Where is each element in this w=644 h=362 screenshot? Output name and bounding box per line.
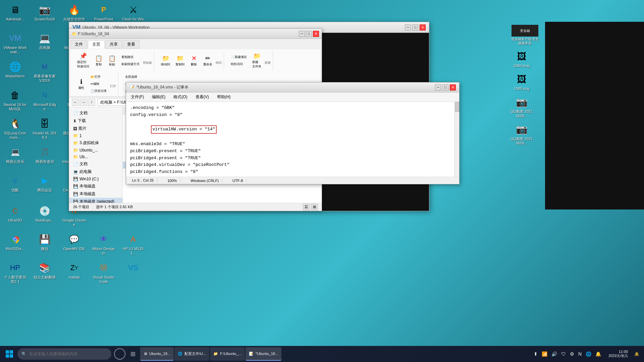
- desktop-icon-bmp[interactable]: 🖼 2080.bmp: [508, 48, 535, 69]
- fe-newfolder-button[interactable]: 📁 新建文件夹: [250, 51, 263, 70]
- fe-minimize-button[interactable]: ─: [299, 31, 305, 37]
- desktop-icon-qqjie2[interactable]: 📷 QQ截图 20210609...: [508, 121, 535, 147]
- desktop-icon-navicat[interactable]: N Microsoft Edge: [31, 87, 58, 116]
- action-center-button[interactable]: 🔔: [632, 348, 641, 360]
- desktop-icon-openmv[interactable]: 👁 Altium Designer: [90, 231, 117, 260]
- fe-icon-view-button[interactable]: ⊞: [311, 204, 318, 210]
- fe-tab-share[interactable]: 共享: [105, 40, 122, 49]
- desktop-icon-ultraiso[interactable]: 💿 NoteExpr...: [31, 203, 58, 231]
- fe-history-button[interactable]: 🕐 历史记录: [89, 88, 109, 94]
- desktop-icon-png[interactable]: 🖼 1080.png: [508, 71, 535, 92]
- taskbar-app-notepad[interactable]: 📝 *Ubuntu_18...: [246, 347, 281, 361]
- fe-up-button[interactable]: ↑: [88, 99, 95, 106]
- desktop-icon-win32disk[interactable]: 💾 微信: [31, 231, 58, 260]
- fe-move-button[interactable]: 📁 移动到: [159, 54, 172, 68]
- fe-sidebar-localdisk2[interactable]: 💾 本地磁盘: [69, 190, 122, 198]
- desktop-icon-qq[interactable]: 🐧 SQLyog Communi...: [2, 116, 29, 144]
- tray-icon-1[interactable]: ⬆: [533, 351, 538, 357]
- tray-icon-misc4[interactable]: 🔔: [595, 351, 602, 357]
- fe-newitem-button[interactable]: 📄 新建项目: [229, 54, 249, 60]
- fe-delete-button[interactable]: ✕ 删除: [188, 54, 200, 68]
- np-minimize-button[interactable]: ─: [435, 84, 441, 90]
- desktop-icon-recycle[interactable]: 🗑 Navicat 16 for MySQL: [2, 87, 29, 116]
- desktop-icon-wechatdev[interactable]: 💻 网易云音乐: [2, 144, 29, 173]
- desktop-icon-hpuj[interactable]: HP 个人数字图书馆2.1: [2, 260, 29, 288]
- vmware-maximize-button[interactable]: □: [412, 24, 418, 31]
- taskbar-app-config[interactable]: 🌐 配置文件\U...: [174, 347, 209, 361]
- start-button[interactable]: [3, 347, 16, 361]
- np-menu-format[interactable]: 格式(O): [171, 94, 189, 101]
- fe-detail-view-button[interactable]: ☰: [303, 204, 310, 210]
- np-menu-view[interactable]: 查看(V): [194, 94, 211, 101]
- tray-icon-misc3[interactable]: 🌐: [585, 351, 592, 357]
- fe-edit-button[interactable]: ✏ 编辑: [89, 81, 109, 87]
- desktop-icon-wechat[interactable]: 💬 OpenMV IDE: [61, 231, 88, 260]
- np-menu-edit[interactable]: 编辑(E): [150, 94, 167, 101]
- taskbar-search-input[interactable]: [29, 352, 96, 356]
- task-view-button[interactable]: ⊞: [127, 348, 139, 360]
- fe-sidebar-win10c[interactable]: 💾 Win10 (C:): [69, 176, 122, 182]
- np-menu-file[interactable]: 文件(F): [129, 94, 146, 101]
- desktop-icon-cajviewer[interactable]: C UltraISO: [2, 203, 29, 231]
- desktop-icon-altium[interactable]: A HP UJ M1251...: [120, 231, 147, 260]
- fe-copy-button[interactable]: 📋 复制: [93, 54, 105, 68]
- desktop-icon-chrome[interactable]: Win32Dis...: [2, 231, 29, 260]
- desktop-icon-digit[interactable]: 📚 知云文献翻译: [31, 260, 58, 288]
- desktop-icon-mobaxterm[interactable]: M 屏幕录像专家V2019: [31, 59, 58, 87]
- fe-back-button[interactable]: ←: [72, 99, 79, 106]
- tray-icon-misc1[interactable]: ⚙: [569, 351, 575, 357]
- fe-sidebar-docs2[interactable]: 📄 文档: [69, 160, 122, 168]
- np-maximize-button[interactable]: □: [442, 84, 448, 90]
- fe-close-button[interactable]: ✕: [313, 31, 319, 37]
- taskbar-clock[interactable]: 11:00 2023/元/初几: [606, 350, 631, 358]
- fe-forward-button[interactable]: →: [80, 99, 87, 106]
- np-scroll-thumb[interactable]: [455, 102, 459, 112]
- fe-tab-file[interactable]: 文件: [70, 40, 87, 49]
- fe-tab-home[interactable]: 主页: [88, 40, 105, 49]
- tray-icon-sound[interactable]: 🔊: [551, 351, 558, 357]
- taskbar-app-fubuntu[interactable]: 📁 F:\Ubuntu_...: [210, 347, 245, 361]
- np-menu-help[interactable]: 帮助(H): [215, 94, 233, 101]
- desktop-icon-matlab[interactable]: Ⓜ Visual Studio Code: [90, 260, 117, 288]
- fe-easyaccess-button[interactable]: 轻松访问: [229, 61, 249, 67]
- fe-copyto-button[interactable]: 📁 复制到: [173, 54, 186, 68]
- desktop-icon-wymusic[interactable]: 🎵 网易有道词: [31, 144, 58, 173]
- fe-sidebar-ubuntu2[interactable]: 📁 Ub...: [69, 154, 122, 160]
- desktop-icon-administrator[interactable]: 🖥 Administr...: [2, 2, 29, 30]
- fe-sidebar-pictures[interactable]: 🖼 图片: [69, 125, 122, 132]
- fe-sidebar-localdisk3[interactable]: 💾 本地磁盘 (selected): [69, 198, 122, 203]
- desktop-icon-network[interactable]: 🌐 MobaXterm: [2, 59, 29, 87]
- vmware-minimize-button[interactable]: ─: [405, 24, 411, 31]
- desktop-icon-bianhuan[interactable]: 变金融 变金融客户端 变金融服务器: [508, 23, 542, 47]
- fe-shortcut-button[interactable]: 粘贴快捷方式: [119, 61, 142, 67]
- desktop-icon-vscode[interactable]: VS: [120, 260, 147, 288]
- fe-sidebar-documents[interactable]: 📄 文档: [69, 109, 122, 117]
- taskbar-search-bar[interactable]: 🔍: [17, 348, 111, 360]
- fe-properties-button[interactable]: ℹ 属性: [75, 77, 87, 91]
- desktop-icon-ie[interactable]: e 优酷: [2, 173, 29, 201]
- vmware-close-button[interactable]: ✕: [420, 24, 426, 31]
- desktop-icon-qqjie1[interactable]: 📷 QQ截图 20210609...: [508, 94, 535, 119]
- np-scrollbar[interactable]: [454, 102, 459, 177]
- fe-sidebar-thispc[interactable]: 💻 此电脑: [69, 168, 122, 176]
- desktop-icon-youku[interactable]: ▶ 腾讯会议: [31, 173, 58, 201]
- fe-sidebar-folder1[interactable]: 📁 1: [69, 132, 122, 139]
- fe-copypath-button[interactable]: 复制路径: [119, 54, 142, 60]
- desktop-icon-screentogif[interactable]: 📷 ScreenToGif: [31, 2, 58, 30]
- fe-open-button[interactable]: 📂 打开: [89, 74, 109, 80]
- fe-tab-view[interactable]: 查看: [123, 40, 140, 49]
- fe-sidebar-localdisk1[interactable]: 💾 本地磁盘: [69, 182, 122, 190]
- np-close-button[interactable]: ✕: [450, 84, 456, 90]
- fe-maximize-button[interactable]: □: [306, 31, 312, 37]
- fe-sidebar-folder3[interactable]: 📁 3.虚拟机体: [69, 139, 122, 147]
- fe-sidebar-downloads[interactable]: ⬇ 下载: [69, 117, 122, 125]
- fe-sidebar-ubuntu[interactable]: 📁 Ubuntu_...: [69, 147, 122, 154]
- cortana-button[interactable]: [114, 348, 125, 360]
- np-content[interactable]: .encoding = "GBK" config.version = "8" v…: [126, 102, 459, 177]
- tray-icon-shield[interactable]: 🛡: [560, 351, 567, 357]
- fe-pin-button[interactable]: 📌 固定到快速访问: [75, 51, 91, 70]
- fe-rename-button[interactable]: ✏ 重命名: [201, 54, 214, 68]
- tray-icon-misc2[interactable]: N: [578, 351, 582, 357]
- tray-icon-network[interactable]: 📶: [541, 351, 548, 357]
- desktop-icon-vmware[interactable]: VM VMware Workstati...: [2, 30, 29, 59]
